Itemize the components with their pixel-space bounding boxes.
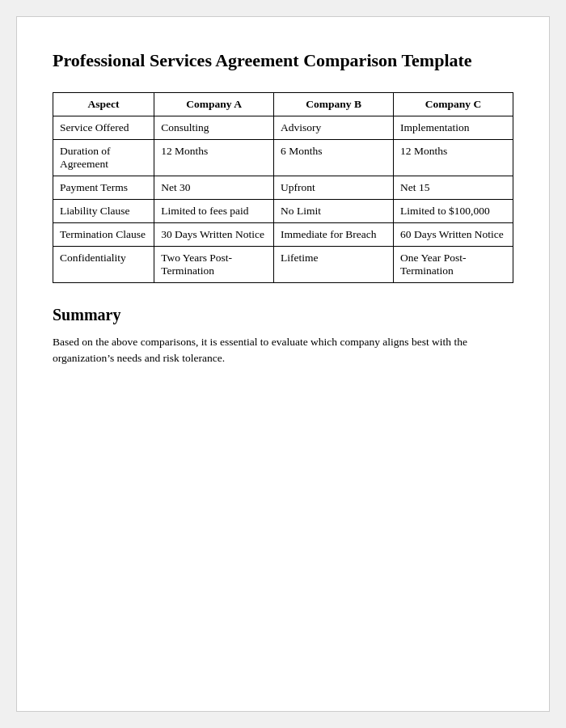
header-company-b: Company B bbox=[274, 92, 394, 116]
cell-aspect: Liability Clause bbox=[53, 199, 154, 222]
cell-company-c: Implementation bbox=[394, 116, 513, 139]
cell-company-b: No Limit bbox=[274, 199, 394, 222]
cell-company-a: Two Years Post-Termination bbox=[154, 246, 274, 282]
cell-company-c: One Year Post-Termination bbox=[394, 246, 513, 282]
cell-company-c: 60 Days Written Notice bbox=[394, 222, 513, 246]
cell-company-a: Net 30 bbox=[154, 176, 274, 199]
table-row: Termination Clause30 Days Written Notice… bbox=[53, 222, 513, 246]
cell-company-b: Advisory bbox=[274, 116, 394, 139]
table-header-row: Aspect Company A Company B Company C bbox=[53, 92, 513, 116]
summary-heading: Summary bbox=[53, 306, 513, 324]
header-company-a: Company A bbox=[154, 92, 274, 116]
cell-company-b: Lifetime bbox=[274, 246, 394, 282]
cell-company-b: 6 Months bbox=[274, 139, 394, 176]
cell-company-a: Consulting bbox=[154, 116, 274, 139]
cell-aspect: Payment Terms bbox=[53, 176, 154, 199]
table-row: Duration of Agreement12 Months6 Months12… bbox=[53, 139, 513, 176]
cell-aspect: Termination Clause bbox=[53, 222, 154, 246]
cell-company-a: Limited to fees paid bbox=[154, 199, 274, 222]
cell-company-a: 30 Days Written Notice bbox=[154, 222, 274, 246]
header-aspect: Aspect bbox=[53, 92, 154, 116]
summary-text: Based on the above comparisons, it is es… bbox=[53, 334, 513, 367]
cell-company-b: Upfront bbox=[274, 176, 394, 199]
cell-company-c: Limited to $100,000 bbox=[394, 199, 513, 222]
comparison-table: Aspect Company A Company B Company C Ser… bbox=[53, 92, 513, 283]
cell-aspect: Duration of Agreement bbox=[53, 139, 154, 176]
page-title: Professional Services Agreement Comparis… bbox=[53, 49, 513, 73]
cell-company-a: 12 Months bbox=[154, 139, 274, 176]
cell-aspect: Confidentiality bbox=[53, 246, 154, 282]
table-row: Service OfferedConsultingAdvisoryImpleme… bbox=[53, 116, 513, 139]
page-container: Professional Services Agreement Comparis… bbox=[16, 16, 550, 712]
header-company-c: Company C bbox=[394, 92, 513, 116]
cell-company-c: 12 Months bbox=[394, 139, 513, 176]
cell-company-c: Net 15 bbox=[394, 176, 513, 199]
table-row: ConfidentialityTwo Years Post-Terminatio… bbox=[53, 246, 513, 282]
table-row: Payment TermsNet 30UpfrontNet 15 bbox=[53, 176, 513, 199]
table-row: Liability ClauseLimited to fees paidNo L… bbox=[53, 199, 513, 222]
cell-aspect: Service Offered bbox=[53, 116, 154, 139]
cell-company-b: Immediate for Breach bbox=[274, 222, 394, 246]
